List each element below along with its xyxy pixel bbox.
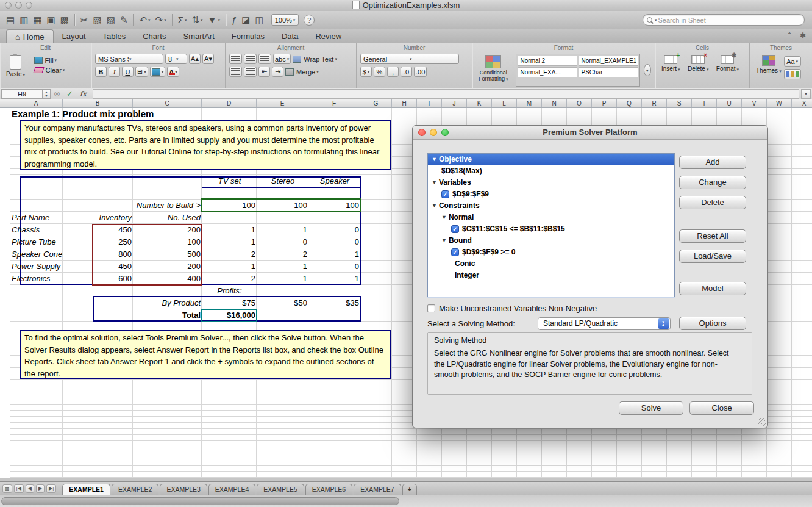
sheet-menu-icon[interactable]: ▦ xyxy=(2,484,12,493)
cell-D14[interactable]: 1 xyxy=(202,261,257,273)
checked-checkbox[interactable]: ✓ xyxy=(451,225,459,233)
tab-formulas[interactable]: Formulas xyxy=(223,29,273,43)
solver-dialog-titlebar[interactable]: Premium Solver Platform xyxy=(413,126,767,140)
cell-C17[interactable]: By Product xyxy=(134,297,202,309)
format-painter-icon[interactable]: ✎ xyxy=(118,13,130,27)
search-input[interactable] xyxy=(657,16,800,24)
cell-F12[interactable]: 0 xyxy=(309,236,360,248)
cell-C13[interactable]: 500 xyxy=(134,248,202,261)
column-header-r[interactable]: R xyxy=(642,99,667,107)
font-family-select[interactable]: MS Sans Serif▾ xyxy=(95,54,163,64)
fill-button[interactable]: Fill▾ xyxy=(34,57,65,64)
cell-F17[interactable]: $35 xyxy=(309,297,360,309)
formula-bar-expand-icon[interactable]: ▼ xyxy=(801,89,811,99)
align-right-button[interactable] xyxy=(258,54,271,64)
tab-layout[interactable]: Layout xyxy=(54,29,94,43)
font-color-button[interactable]: A▾ xyxy=(167,67,179,77)
column-header-a[interactable]: A xyxy=(10,99,63,107)
cell-D16[interactable]: Profits: xyxy=(202,285,257,297)
name-box[interactable]: H9 xyxy=(1,89,43,99)
disclosure-triangle-icon[interactable]: ▼ xyxy=(441,212,447,223)
solver-tree-conic[interactable]: Conic xyxy=(428,258,674,270)
redo-icon[interactable]: ↷▾ xyxy=(154,13,168,27)
column-header-j[interactable]: J xyxy=(442,99,467,107)
column-header-w[interactable]: W xyxy=(767,99,792,107)
cell-D13[interactable]: 2 xyxy=(202,248,257,261)
cell-E12[interactable]: 0 xyxy=(257,236,308,248)
cell-E13[interactable]: 2 xyxy=(257,248,308,261)
column-header-l[interactable]: L xyxy=(492,99,517,107)
column-header-p[interactable]: P xyxy=(592,99,617,107)
scroll-last-icon[interactable]: ▶| xyxy=(46,484,56,493)
paste-button[interactable]: Paste▾ xyxy=(4,54,27,79)
cell-style-normal-example1[interactable]: Normal_EXAMPLE1 xyxy=(579,56,638,66)
comma-button[interactable]: , xyxy=(387,67,399,77)
indent-decrease-button[interactable]: ⇤ xyxy=(258,67,270,77)
cell-A15[interactable]: Electronics xyxy=(10,273,63,285)
insert-function-icon[interactable]: ƒ xyxy=(230,13,238,27)
column-header-c[interactable]: C xyxy=(133,99,202,107)
column-header-v[interactable]: V xyxy=(742,99,767,107)
align-left-button[interactable] xyxy=(229,54,242,64)
solver-model-button[interactable]: Model xyxy=(679,282,746,295)
fill-color-button[interactable]: ▾ xyxy=(150,67,166,77)
cell-D9[interactable]: 100 xyxy=(202,200,257,212)
number-format-select[interactable]: General▾ xyxy=(360,54,459,64)
format-cells-button[interactable]: ✱ Format▾ xyxy=(714,54,741,73)
cell-C10[interactable]: No. Used xyxy=(134,212,202,224)
name-box-stepper[interactable]: ▲▼ xyxy=(43,89,51,99)
column-header-h[interactable]: H xyxy=(392,99,417,107)
disclosure-triangle-icon[interactable]: ▼ xyxy=(432,177,437,189)
solver-reset-all-button[interactable]: Reset All xyxy=(679,229,746,243)
cell-F11[interactable]: 0 xyxy=(309,224,360,236)
solver-delete-button[interactable]: Delete xyxy=(679,196,746,209)
disclosure-triangle-icon[interactable]: ▼ xyxy=(432,154,437,165)
cell-F13[interactable]: 1 xyxy=(309,248,360,261)
cell-F9[interactable]: 100 xyxy=(309,200,360,212)
column-header-n[interactable]: N xyxy=(542,99,567,107)
delete-cells-button[interactable]: × Delete▾ xyxy=(685,54,711,73)
cell-C18[interactable]: Total xyxy=(134,309,202,322)
cell-D17[interactable]: $75 xyxy=(202,297,257,309)
align-top-button[interactable] xyxy=(229,67,242,77)
insert-function-button[interactable]: fx xyxy=(80,90,87,98)
filter-icon[interactable]: ▼▾ xyxy=(206,13,222,27)
cell-F14[interactable]: 0 xyxy=(309,261,360,273)
save-icon[interactable]: ▣ xyxy=(45,13,57,27)
merge-button[interactable]: Merge▾ xyxy=(285,68,319,76)
cell-E15[interactable]: 1 xyxy=(257,273,308,285)
sheet-tab-example3[interactable]: EXAMPLE3 xyxy=(160,484,207,495)
tab-data[interactable]: Data xyxy=(273,29,307,43)
copy-icon[interactable]: ▧ xyxy=(91,13,104,27)
cell-F7[interactable]: Speaker xyxy=(309,175,360,187)
cell-C14[interactable]: 200 xyxy=(134,261,202,273)
toolbox-icon[interactable]: ◫ xyxy=(253,13,265,27)
horizontal-scrollbar-thumb[interactable] xyxy=(1,497,399,505)
open-icon[interactable]: ▥ xyxy=(18,13,30,27)
cut-icon[interactable]: ✂ xyxy=(79,13,90,27)
align-middle-button[interactable] xyxy=(244,67,257,77)
cell-B14[interactable]: 450 xyxy=(63,261,133,273)
conditional-formatting-button[interactable]: Conditional Formatting▾ xyxy=(476,54,511,87)
cell-E17[interactable]: $50 xyxy=(257,297,308,309)
column-header-u[interactable]: U xyxy=(717,99,742,107)
help-button[interactable]: ? xyxy=(304,15,315,26)
orientation-button[interactable]: abc▾ xyxy=(273,54,291,64)
solver-add-button[interactable]: Add xyxy=(679,156,746,169)
options-button[interactable]: Options xyxy=(679,317,746,330)
column-header-q[interactable]: Q xyxy=(617,99,642,107)
resize-grip[interactable] xyxy=(758,418,766,426)
solver-change-button[interactable]: Change xyxy=(679,176,746,189)
sheet-tab-example2[interactable]: EXAMPLE2 xyxy=(112,484,158,495)
solver-model-tree[interactable]: ▼Objective$D$18(Max)▼Variables✓$D$9:$F$9… xyxy=(427,153,675,297)
cell-E14[interactable]: 1 xyxy=(257,261,308,273)
sheet-tab-example7[interactable]: EXAMPLE7 xyxy=(354,484,401,495)
column-header-m[interactable]: M xyxy=(517,99,542,107)
column-header-d[interactable]: D xyxy=(202,99,257,107)
sheet-tab-example1[interactable]: EXAMPLE1 xyxy=(62,484,110,495)
solver-tree-c-11-c-15-b-11-b-15[interactable]: ✓$C$11:$C$15 <= $B$11:$B$15 xyxy=(428,223,674,235)
solver-tree-variables[interactable]: ▼Variables xyxy=(428,177,674,189)
cell-A12[interactable]: Picture Tube xyxy=(10,236,63,248)
scroll-next-icon[interactable]: ▶ xyxy=(36,484,45,493)
column-header-e[interactable]: E xyxy=(257,99,308,107)
